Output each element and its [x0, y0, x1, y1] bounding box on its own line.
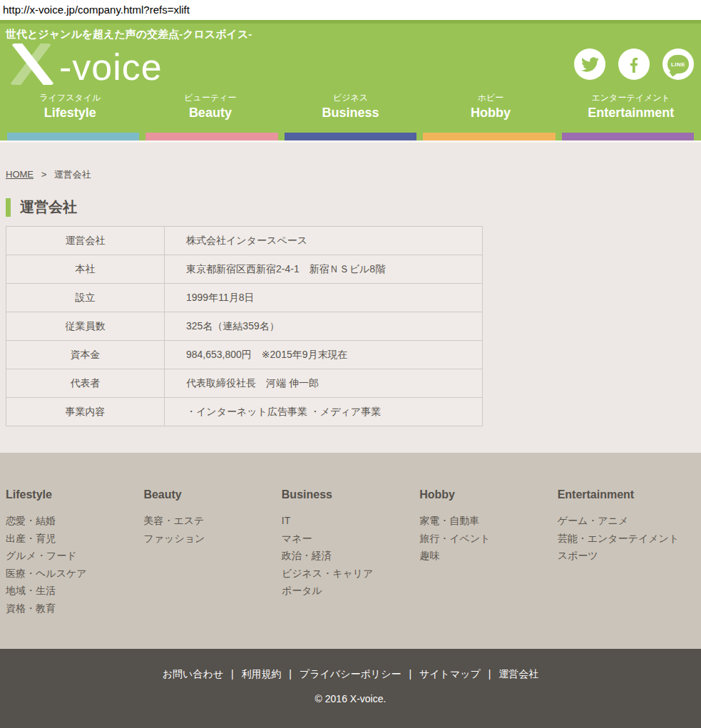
- footer-link[interactable]: 趣味: [419, 547, 557, 565]
- footer-col-hobby: Hobby 家電・自動車 旅行・イベント 趣味: [419, 488, 557, 649]
- facebook-icon[interactable]: [618, 48, 650, 80]
- footer-link[interactable]: IT: [282, 512, 419, 530]
- footer-bottom-link[interactable]: プライバシーポリシー: [300, 668, 401, 680]
- footer-bottom-link[interactable]: 利用規約: [241, 668, 281, 680]
- footer-link-separator: |: [231, 668, 234, 680]
- footer-link[interactable]: ファッション: [143, 530, 281, 548]
- stripe-entertainment: [562, 133, 694, 140]
- nav-en-label: Hobby: [421, 104, 561, 121]
- nav-jp-label: ビューティー: [140, 91, 281, 104]
- nav-item-hobby[interactable]: ホビー Hobby: [421, 91, 561, 127]
- footer-link[interactable]: ポータル: [282, 582, 419, 600]
- breadcrumb-separator: >: [41, 169, 47, 180]
- breadcrumb-current: 運営会社: [54, 169, 91, 180]
- row-label: 従業員数: [6, 312, 165, 341]
- table-row: 資本金 984,653,800円 ※2015年9月末現在: [6, 341, 483, 369]
- page: http://x-voice.jp/company.html?refs=xlif…: [0, 0, 701, 728]
- footer-col-title: Lifestyle: [6, 488, 143, 501]
- stripe-business: [285, 133, 416, 140]
- site-logo[interactable]: -voice: [6, 43, 163, 85]
- row-label: 事業内容: [6, 398, 165, 426]
- footer-bottom-link[interactable]: 運営会社: [498, 668, 538, 680]
- row-value: 1999年11月8日: [165, 284, 483, 312]
- row-value: 東京都新宿区西新宿2-4-1 新宿ＮＳビル8階: [165, 255, 483, 284]
- nav-jp-label: ホビー: [421, 91, 561, 104]
- footer-link[interactable]: 家電・自動車: [419, 512, 557, 530]
- nav-en-label: Entertainment: [561, 104, 701, 121]
- title-accent-bar: [6, 198, 11, 217]
- row-label: 代表者: [6, 369, 165, 398]
- table-row: 設立 1999年11月8日: [6, 284, 483, 312]
- footer-link[interactable]: 資格・教育: [6, 600, 143, 617]
- row-value: ・インターネット広告事業 ・メディア事業: [165, 398, 483, 426]
- nav-item-entertainment[interactable]: エンターテイメント Entertainment: [561, 91, 701, 127]
- footer-link[interactable]: 旅行・イベント: [419, 530, 557, 548]
- browser-url: http://x-voice.jp/company.html?refs=xlif…: [0, 0, 701, 20]
- line-bubble: LINE: [667, 55, 689, 73]
- footer-link[interactable]: スポーツ: [558, 547, 695, 565]
- twitter-icon[interactable]: [574, 48, 605, 80]
- footer-link[interactable]: 恋愛・結婚: [6, 512, 143, 530]
- footer-col-entertainment: Entertainment ゲーム・アニメ 芸能・エンターテイメント スポーツ: [558, 488, 695, 649]
- footer-link[interactable]: マネー: [282, 530, 419, 548]
- row-label: 本社: [6, 255, 165, 284]
- logo-x-icon: [6, 43, 58, 85]
- site-header: 世代とジャンルを超えた声の交差点-クロスボイス- -voice: [0, 20, 701, 140]
- footer-col-title: Business: [282, 488, 419, 501]
- row-value: 代表取締役社長 河端 伸一郎: [165, 369, 483, 398]
- nav-jp-label: ビジネス: [280, 91, 421, 104]
- footer-bottom: お問い合わせ | 利用規約 | プライバシーポリシー | サイトマップ | 運営…: [0, 649, 701, 728]
- footer-col-title: Hobby: [419, 488, 557, 501]
- main-nav: ライフスタイル Lifestyle ビューティー Beauty ビジネス Bus…: [0, 85, 701, 127]
- site-tagline: 世代とジャンルを超えた声の交差点-クロスボイス-: [0, 24, 701, 43]
- stripe-lifestyle: [7, 133, 139, 140]
- main-content: HOME > 運営会社 運営会社 運営会社 株式会社インタースペース 本社 東京…: [0, 140, 701, 453]
- footer-col-business: Business IT マネー 政治・経済 ビジネス・キャリア ポータル: [282, 488, 419, 649]
- nav-jp-label: ライフスタイル: [0, 91, 140, 104]
- footer-link[interactable]: 地域・生活: [6, 582, 143, 600]
- row-value: 325名（連結359名）: [165, 312, 483, 341]
- nav-en-label: Beauty: [140, 104, 281, 121]
- breadcrumb-home-link[interactable]: HOME: [6, 169, 34, 180]
- nav-item-lifestyle[interactable]: ライフスタイル Lifestyle: [0, 91, 140, 127]
- nav-item-beauty[interactable]: ビューティー Beauty: [140, 91, 281, 127]
- footer-link[interactable]: 出産・育児: [6, 530, 143, 548]
- social-links: LINE: [574, 48, 694, 80]
- row-label: 資本金: [6, 341, 165, 369]
- row-value: 984,653,800円 ※2015年9月末現在: [165, 341, 483, 369]
- footer-bottom-link[interactable]: サイトマップ: [419, 668, 481, 680]
- footer-link[interactable]: 政治・経済: [282, 547, 419, 565]
- footer-category-nav: Lifestyle 恋愛・結婚 出産・育児 グルメ・フード 医療・ヘルスケア 地…: [0, 453, 701, 649]
- row-label: 運営会社: [6, 227, 165, 255]
- footer-col-title: Beauty: [143, 488, 281, 501]
- footer-link[interactable]: 医療・ヘルスケア: [6, 565, 143, 583]
- nav-en-label: Lifestyle: [0, 104, 140, 121]
- footer-link-separator: |: [289, 668, 292, 680]
- footer-col-beauty: Beauty 美容・エステ ファッション: [143, 488, 281, 649]
- table-row: 代表者 代表取締役社長 河端 伸一郎: [6, 369, 483, 398]
- row-label: 設立: [6, 284, 165, 312]
- footer-link[interactable]: グルメ・フード: [6, 547, 143, 565]
- footer-link-separator: |: [488, 668, 491, 680]
- nav-item-business[interactable]: ビジネス Business: [280, 91, 421, 127]
- footer-link[interactable]: 美容・エステ: [143, 512, 281, 530]
- footer-col-title: Entertainment: [558, 488, 695, 501]
- footer-link[interactable]: ゲーム・アニメ: [558, 512, 695, 530]
- company-info-table: 運営会社 株式会社インタースペース 本社 東京都新宿区西新宿2-4-1 新宿ＮＳ…: [6, 226, 483, 426]
- line-label: LINE: [671, 61, 685, 68]
- footer-link[interactable]: 芸能・エンターテイメント: [558, 530, 695, 548]
- footer-bottom-link[interactable]: お問い合わせ: [163, 668, 223, 680]
- page-title-row: 運営会社: [6, 198, 695, 217]
- logo-row: -voice LINE: [0, 43, 701, 85]
- table-row: 運営会社 株式会社インタースペース: [6, 227, 483, 255]
- page-title: 運営会社: [20, 198, 77, 217]
- line-icon[interactable]: LINE: [662, 48, 694, 80]
- row-value: 株式会社インタースペース: [165, 227, 483, 255]
- stripe-hobby: [423, 133, 555, 140]
- breadcrumb: HOME > 運営会社: [6, 168, 695, 181]
- table-row: 従業員数 325名（連結359名）: [6, 312, 483, 341]
- nav-jp-label: エンターテイメント: [561, 91, 701, 104]
- stripe-beauty: [145, 133, 277, 140]
- nav-color-stripes: [7, 133, 694, 140]
- footer-link[interactable]: ビジネス・キャリア: [282, 565, 419, 583]
